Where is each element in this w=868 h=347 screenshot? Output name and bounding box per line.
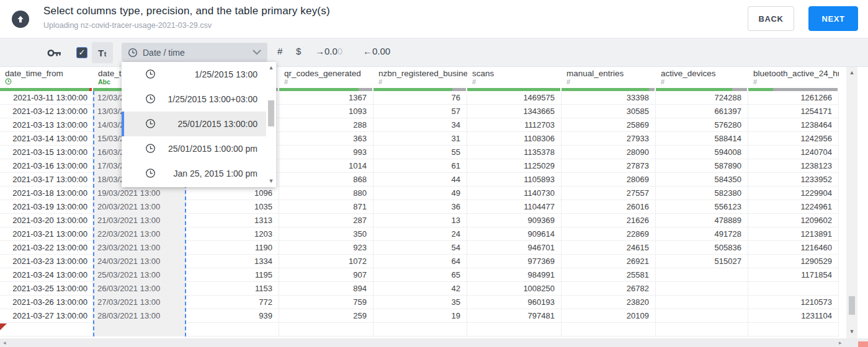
table-cell[interactable] (467, 323, 562, 336)
column-header-scans[interactable]: scans# (467, 67, 562, 88)
table-cell[interactable]: 868 (279, 173, 374, 187)
table-cell[interactable]: 576280 (656, 118, 748, 132)
table-cell[interactable]: 1343665 (467, 105, 562, 118)
table-cell[interactable]: 661397 (656, 105, 748, 118)
table-cell[interactable]: 34 (374, 118, 467, 132)
table-cell[interactable]: 24615 (562, 241, 656, 255)
horizontal-scrollbar[interactable]: ◂ ▸ (0, 338, 868, 347)
table-cell[interactable]: 1209602 (748, 214, 839, 227)
table-cell[interactable]: 26782 (562, 282, 656, 296)
table-cell[interactable]: 923 (279, 241, 374, 255)
table-cell[interactable]: 993 (279, 146, 374, 159)
date-format-select[interactable]: Date / time (122, 43, 267, 62)
table-cell[interactable]: 1104477 (467, 200, 562, 214)
table-cell[interactable]: 19/03/2021 13:00 (93, 187, 186, 200)
table-cell[interactable]: 35 (374, 296, 467, 309)
table-cell[interactable] (656, 296, 748, 309)
table-cell[interactable]: 909369 (467, 214, 562, 227)
table-cell[interactable]: 960193 (467, 296, 562, 309)
table-cell[interactable]: 505836 (656, 241, 748, 255)
table-cell[interactable]: 939 (186, 309, 279, 323)
table-cell[interactable] (562, 323, 656, 336)
table-cell[interactable]: 25581 (562, 268, 656, 282)
table-cell[interactable]: 1072 (279, 255, 374, 268)
table-cell[interactable]: 49 (374, 187, 467, 200)
dropdown-option[interactable]: 25/01/2015 1:00:00 pm (122, 136, 276, 161)
boolean-type-checkbox[interactable]: ✓ (76, 47, 87, 58)
table-cell[interactable]: 23/03/2021 13:00 (93, 241, 186, 255)
table-cell[interactable]: 1334 (186, 255, 279, 268)
table-cell[interactable]: 1233952 (748, 173, 839, 187)
table-cell[interactable]: 2021-03-25 13:00:00 (0, 282, 93, 296)
table-cell[interactable]: 42 (374, 282, 467, 296)
table-cell[interactable]: 478889 (656, 214, 748, 227)
table-cell[interactable] (656, 323, 748, 336)
table-cell[interactable]: 2021-03-15 13:00:00 (0, 146, 93, 159)
column-header-manual_entries[interactable]: manual_entries# (562, 67, 656, 88)
table-cell[interactable]: 772 (186, 296, 279, 309)
increase-decimal-button[interactable]: →0.00 (315, 46, 342, 56)
table-cell[interactable]: 1096 (186, 187, 279, 200)
table-cell[interactable]: 44 (374, 173, 467, 187)
table-cell[interactable]: 25869 (562, 118, 656, 132)
dropdown-scrollbar[interactable]: ▲▼ (266, 62, 276, 187)
dropdown-option[interactable]: 1/25/2015 13:00 (122, 62, 276, 87)
table-cell[interactable]: 22869 (562, 227, 656, 241)
table-cell[interactable]: 594008 (656, 146, 748, 159)
table-cell[interactable]: 1238123 (748, 159, 839, 173)
table-cell[interactable]: 57 (374, 105, 467, 118)
table-cell[interactable]: 2021-03-20 13:00:00 (0, 214, 93, 227)
table-cell[interactable] (93, 323, 186, 336)
column-header-date_time_from[interactable]: date_time_from (0, 67, 93, 88)
table-cell[interactable]: 880 (279, 187, 374, 200)
table-cell[interactable]: 26921 (562, 255, 656, 268)
table-cell[interactable]: 515027 (656, 255, 748, 268)
table-cell[interactable]: 54 (374, 241, 467, 255)
table-cell[interactable]: 1210573 (748, 296, 839, 309)
table-cell[interactable]: 1008250 (467, 282, 562, 296)
column-header-active_devices[interactable]: active_devices# (656, 67, 748, 88)
table-cell[interactable]: 1093 (279, 105, 374, 118)
table-cell[interactable]: 1290529 (748, 255, 839, 268)
table-cell[interactable]: 2021-03-14 13:00:00 (0, 132, 93, 146)
table-cell[interactable] (279, 323, 374, 336)
table-cell[interactable]: 1135378 (467, 146, 562, 159)
table-cell[interactable]: 894 (279, 282, 374, 296)
table-cell[interactable]: 1313 (186, 214, 279, 227)
table-cell[interactable]: 2021-03-13 13:00:00 (0, 118, 93, 132)
table-cell[interactable]: 984991 (467, 268, 562, 282)
table-cell[interactable]: 1254171 (748, 105, 839, 118)
table-cell[interactable]: 287 (279, 214, 374, 227)
table-cell[interactable]: 27933 (562, 132, 656, 146)
table-cell[interactable]: 2021-03-24 13:00:00 (0, 268, 93, 282)
table-cell[interactable]: 1153 (186, 282, 279, 296)
table-cell[interactable]: 587890 (656, 159, 748, 173)
table-cell[interactable]: 1242956 (748, 132, 839, 146)
table-cell[interactable]: 288 (279, 118, 374, 132)
currency-type-button[interactable]: $ (296, 46, 301, 56)
scroll-down-arrow-icon[interactable]: ▼ (846, 328, 857, 335)
table-cell[interactable]: 724288 (656, 91, 748, 105)
dropdown-option[interactable]: 1/25/2015 13:00+03:00 (122, 87, 276, 112)
table-cell[interactable] (656, 282, 748, 296)
table-cell[interactable]: 76 (374, 91, 467, 105)
table-cell[interactable]: 30585 (562, 105, 656, 118)
table-cell[interactable]: 909614 (467, 227, 562, 241)
table-cell[interactable]: 1240704 (748, 146, 839, 159)
table-cell[interactable]: 36 (374, 200, 467, 214)
table-cell[interactable]: 2021-03-11 13:00:00 (0, 91, 93, 105)
table-cell[interactable]: 2021-03-22 13:00:00 (0, 241, 93, 255)
table-cell[interactable]: 797481 (467, 309, 562, 323)
table-cell[interactable]: 759 (279, 296, 374, 309)
table-cell[interactable]: 25/03/2021 13:00 (93, 268, 186, 282)
table-cell[interactable]: 61 (374, 159, 467, 173)
table-cell[interactable] (748, 282, 839, 296)
table-cell[interactable]: 1203 (186, 227, 279, 241)
table-cell[interactable]: 33398 (562, 91, 656, 105)
table-cell[interactable] (0, 323, 93, 336)
integer-type-button[interactable]: # (277, 46, 282, 56)
text-type-button[interactable]: Tt (92, 42, 113, 63)
column-header-qr_codes_generated[interactable]: qr_codes_generated# (279, 67, 374, 88)
table-cell[interactable]: 1125029 (467, 159, 562, 173)
table-cell[interactable]: 2021-03-23 13:00:00 (0, 255, 93, 268)
